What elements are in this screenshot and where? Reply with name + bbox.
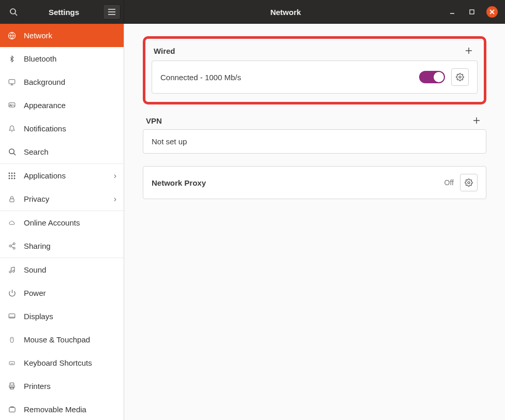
cloud-icon (7, 220, 17, 226)
sidebar-item-label: Sharing (24, 242, 51, 250)
sidebar-item-label: Notifications (24, 124, 66, 133)
sidebar-item-applications[interactable]: Applications› (0, 164, 124, 187)
menu-button[interactable] (103, 4, 121, 20)
svg-line-30 (11, 244, 13, 246)
chevron-right-icon: › (114, 194, 116, 204)
svg-point-19 (14, 172, 16, 174)
keyboard-icon (7, 360, 17, 366)
sidebar-item-notifications[interactable]: Notifications (0, 117, 124, 140)
svg-point-28 (9, 245, 11, 247)
sidebar-item-label: Mouse & Touchpad (24, 335, 90, 344)
svg-point-27 (13, 243, 15, 245)
svg-point-18 (11, 172, 13, 174)
minimize-button[interactable] (447, 7, 457, 17)
svg-rect-10 (9, 79, 15, 83)
svg-point-21 (11, 175, 13, 176)
sound-icon (7, 266, 17, 274)
sidebar-item-sound[interactable]: Sound (0, 258, 124, 281)
svg-point-29 (13, 247, 15, 249)
svg-point-25 (14, 177, 16, 179)
search-button[interactable] (2, 3, 25, 21)
grid-icon (7, 172, 17, 179)
svg-rect-35 (9, 313, 15, 318)
vpn-heading: VPN (146, 116, 162, 125)
sidebar-item-printers[interactable]: Printers (0, 374, 124, 398)
proxy-section: Network Proxy Off (143, 166, 486, 199)
plus-icon (465, 47, 472, 54)
bell-icon (7, 125, 17, 133)
displays-icon (7, 313, 17, 320)
vpn-status-label: Not set up (152, 137, 187, 146)
svg-line-1 (15, 13, 17, 16)
sidebar-item-privacy[interactable]: Privacy› (0, 187, 124, 211)
wired-settings-button[interactable] (451, 68, 469, 86)
page-title: Network (124, 8, 447, 17)
sidebar-item-sharing[interactable]: Sharing (0, 234, 124, 258)
sidebar-item-label: Privacy (24, 194, 49, 203)
close-button[interactable] (486, 6, 498, 18)
maximize-button[interactable] (467, 7, 477, 17)
svg-point-50 (459, 76, 461, 78)
sidebar-item-label: Sound (24, 265, 46, 274)
proxy-row[interactable]: Network Proxy Off (143, 166, 486, 199)
sidebar-item-online-accounts[interactable]: Online Accounts (0, 211, 124, 234)
svg-point-53 (468, 182, 470, 184)
sidebar-item-label: Keyboard Shortcuts (24, 358, 92, 367)
sidebar-item-removable-media[interactable]: Removable Media (0, 398, 124, 420)
proxy-label: Network Proxy (152, 178, 206, 187)
share-icon (7, 242, 17, 250)
vpn-section: VPN Not set up (143, 112, 486, 154)
monitor-icon (7, 79, 17, 86)
sidebar-item-displays[interactable]: Displays (0, 305, 124, 328)
sidebar-item-label: Displays (24, 312, 53, 321)
proxy-settings-button[interactable] (460, 174, 478, 191)
svg-rect-13 (9, 102, 15, 107)
gear-icon (456, 73, 464, 81)
maximize-icon (469, 9, 474, 14)
sidebar-item-keyboard-shortcuts[interactable]: Keyboard Shortcuts (0, 351, 124, 374)
sidebar-item-power[interactable]: Power (0, 281, 124, 305)
sidebar-item-label: Network (24, 31, 52, 40)
media-icon (7, 406, 17, 413)
wired-status-label: Connected - 1000 Mb/s (160, 73, 241, 82)
sidebar-item-label: Applications (24, 171, 66, 180)
sidebar-item-mouse-touchpad[interactable]: Mouse & Touchpad (0, 328, 124, 351)
minimize-icon (450, 9, 455, 14)
sidebar-item-label: Bluetooth (24, 54, 56, 63)
sidebar: NetworkBluetoothBackgroundAppearanceNoti… (0, 24, 124, 420)
svg-point-17 (9, 172, 10, 174)
svg-rect-37 (10, 337, 13, 342)
wired-connection-row: Connected - 1000 Mb/s (152, 61, 478, 94)
globe-icon (7, 32, 17, 40)
lock-icon (7, 195, 17, 203)
wired-toggle[interactable] (419, 71, 445, 83)
appearance-icon (7, 102, 17, 109)
sidebar-item-background[interactable]: Background (0, 70, 124, 94)
window-controls (447, 6, 505, 18)
svg-point-23 (9, 177, 10, 179)
close-icon (489, 9, 495, 14)
svg-point-22 (14, 175, 16, 176)
add-wired-button[interactable] (462, 46, 476, 55)
bluetooth-icon (7, 55, 17, 63)
power-icon (7, 289, 17, 297)
sidebar-item-label: Removable Media (24, 405, 86, 414)
sidebar-item-label: Power (24, 289, 46, 297)
vpn-row: Not set up (143, 129, 486, 154)
search-icon (7, 148, 17, 156)
plus-icon (473, 117, 480, 124)
wired-heading-row: Wired (152, 44, 478, 61)
sidebar-item-appearance[interactable]: Appearance (0, 94, 124, 117)
printer-icon (7, 382, 17, 390)
search-icon (9, 8, 18, 16)
sidebar-item-bluetooth[interactable]: Bluetooth (0, 47, 124, 70)
sidebar-item-search[interactable]: Search (0, 140, 124, 163)
sidebar-item-label: Background (24, 78, 65, 86)
sidebar-item-label: Printers (24, 382, 51, 391)
add-vpn-button[interactable] (470, 116, 483, 125)
sidebar-item-label: Online Accounts (24, 218, 80, 227)
hamburger-icon (108, 9, 115, 15)
proxy-state-label: Off (444, 178, 454, 187)
svg-point-32 (9, 271, 11, 273)
sidebar-item-network[interactable]: Network (0, 24, 124, 47)
